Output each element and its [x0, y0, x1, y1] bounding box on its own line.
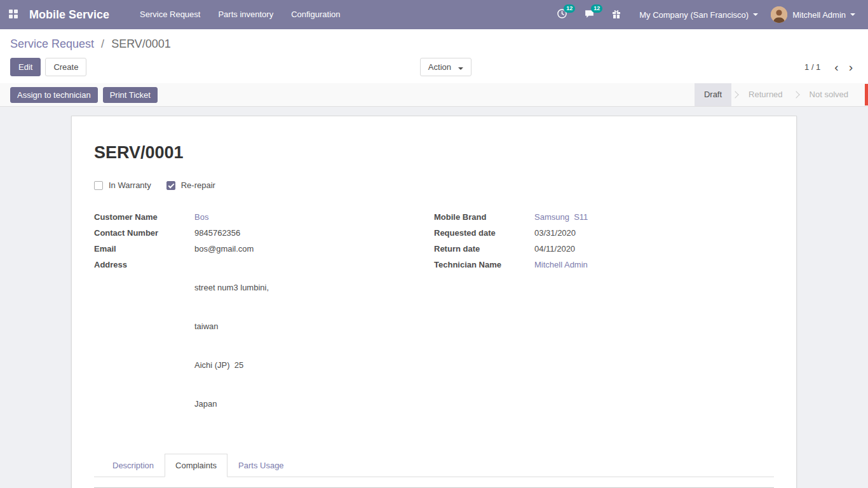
- status-pipeline: Draft Returned Not solved: [695, 83, 858, 106]
- statusbar: Assign to technician Print Ticket Draft …: [0, 83, 868, 107]
- address-line: Aichi (JP) 25: [194, 360, 269, 371]
- menu-service-request[interactable]: Service Request: [131, 0, 209, 29]
- mobile-brand-link[interactable]: Samsung S11: [534, 212, 588, 223]
- assign-to-technician-button[interactable]: Assign to technician: [10, 87, 98, 103]
- pager-next-button[interactable]: ›: [844, 62, 858, 73]
- in-warranty-label: In Warranty: [109, 180, 151, 190]
- field-group-left: Customer Name Bos Contact Number 9845762…: [94, 212, 434, 437]
- statusbar-buttons: Assign to technician Print Ticket: [10, 87, 158, 103]
- breadcrumb-current: SERV/0001: [111, 37, 171, 50]
- create-button[interactable]: Create: [45, 58, 86, 76]
- tab-parts-usage[interactable]: Parts Usage: [227, 454, 295, 477]
- pager-previous-button[interactable]: ‹: [829, 62, 843, 73]
- field-return-date: Return date 04/11/2020: [434, 243, 755, 255]
- breadcrumb-separator: /: [101, 37, 104, 50]
- breadcrumb-parent-link[interactable]: Service Request: [10, 37, 94, 50]
- menu-parts-inventory[interactable]: Parts inventory: [209, 0, 282, 29]
- return-date-value: 04/11/2020: [534, 243, 575, 255]
- pager-count: 1 / 1: [804, 62, 820, 72]
- tab-complaints[interactable]: Complaints: [165, 454, 227, 477]
- address-line: street num3 lumbini,: [194, 282, 269, 294]
- address-value: street num3 lumbini, taiwan Aichi (JP) 2…: [194, 259, 269, 433]
- status-step-not-solved[interactable]: Not solved: [800, 83, 858, 106]
- form-view: SERV/0001 In Warranty Re-repair Customer…: [0, 107, 868, 488]
- company-menu[interactable]: My Company (San Francisco): [633, 0, 764, 29]
- edit-button[interactable]: Edit: [10, 58, 41, 76]
- field-label: Email: [94, 243, 194, 255]
- field-label: Contact Number: [94, 227, 194, 239]
- breadcrumb: Service Request / SERV/0001: [0, 29, 868, 53]
- apps-grid-icon: [8, 9, 18, 21]
- chevron-down-icon: [753, 13, 758, 16]
- messages-badge: 12: [591, 4, 602, 13]
- user-avatar: [771, 6, 787, 23]
- field-customer-name: Customer Name Bos: [94, 212, 415, 223]
- pager: 1 / 1 ‹ ›: [804, 62, 858, 73]
- email-value: bos@gmail.com: [194, 243, 254, 255]
- status-step-separator-icon: [792, 91, 799, 98]
- record-title: SERV/0001: [94, 143, 774, 163]
- gift-button[interactable]: [606, 5, 627, 25]
- messages-button[interactable]: 12: [579, 4, 600, 25]
- activities-button[interactable]: 12: [552, 4, 573, 25]
- field-address: Address street num3 lumbini, taiwan Aich…: [94, 259, 415, 433]
- record-sheet: SERV/0001 In Warranty Re-repair Customer…: [71, 116, 797, 488]
- action-dropdown-button[interactable]: Action: [420, 58, 471, 76]
- print-ticket-button[interactable]: Print Ticket: [103, 87, 158, 103]
- notebook-tabs: Description Complaints Parts Usage: [94, 454, 774, 477]
- field-label: Address: [94, 259, 194, 433]
- field-technician-name: Technician Name Mitchell Admin: [434, 259, 755, 271]
- action-label: Action: [428, 62, 451, 72]
- chevron-down-icon: [850, 13, 855, 16]
- user-menu[interactable]: Mitchell Admin: [764, 0, 862, 29]
- field-label: Mobile Brand: [434, 212, 534, 223]
- field-contact-number: Contact Number 9845762356: [94, 227, 415, 239]
- flag-checkboxes: In Warranty Re-repair: [94, 180, 774, 190]
- field-label: Customer Name: [94, 212, 194, 223]
- field-label: Technician Name: [434, 259, 534, 271]
- field-group-right: Mobile Brand Samsung S11 Requested date …: [434, 212, 774, 437]
- gift-icon: [611, 9, 621, 21]
- requested-date-value: 03/31/2020: [534, 227, 576, 239]
- field-label: Requested date: [434, 227, 534, 239]
- action-area: Action: [86, 58, 804, 76]
- red-edge-marker: [865, 84, 868, 105]
- contact-number-value: 9845762356: [194, 227, 240, 239]
- re-repair-label: Re-repair: [181, 180, 215, 190]
- field-groups: Customer Name Bos Contact Number 9845762…: [94, 212, 774, 437]
- status-step-separator-icon: [731, 91, 738, 98]
- menu-configuration[interactable]: Configuration: [282, 0, 349, 29]
- in-warranty-checkbox[interactable]: [94, 181, 103, 190]
- status-step-draft[interactable]: Draft: [695, 83, 731, 106]
- form-buttons: Edit Create: [10, 58, 86, 76]
- field-requested-date: Requested date 03/31/2020: [434, 227, 755, 239]
- technician-name-link[interactable]: Mitchell Admin: [534, 259, 588, 271]
- customer-name-link[interactable]: Bos: [194, 212, 208, 223]
- re-repair-checkbox[interactable]: [166, 181, 175, 190]
- top-navbar: Mobile Service Service Request Parts inv…: [0, 0, 868, 29]
- field-mobile-brand: Mobile Brand Samsung S11: [434, 212, 755, 223]
- in-warranty-flag: In Warranty: [94, 180, 151, 190]
- tab-description[interactable]: Description: [102, 454, 165, 477]
- main-menu: Service Request Parts inventory Configur…: [131, 0, 349, 29]
- navbar-right: 12 12 My Company (San Franci: [552, 0, 862, 29]
- apps-menu-button[interactable]: [0, 0, 27, 29]
- app-title: Mobile Service: [29, 8, 109, 22]
- address-line: Japan: [194, 398, 269, 410]
- company-name: My Company (San Francisco): [639, 10, 749, 20]
- activity-badge: 12: [564, 4, 575, 13]
- control-panel: Edit Create Action 1 / 1 ‹ ›: [0, 53, 868, 83]
- field-label: Return date: [434, 243, 534, 255]
- field-email: Email bos@gmail.com: [94, 243, 415, 255]
- address-line: taiwan: [194, 321, 269, 332]
- chevron-down-icon: [458, 67, 463, 70]
- status-step-returned[interactable]: Returned: [739, 83, 792, 106]
- re-repair-flag: Re-repair: [166, 180, 215, 190]
- user-name: Mitchell Admin: [792, 10, 846, 20]
